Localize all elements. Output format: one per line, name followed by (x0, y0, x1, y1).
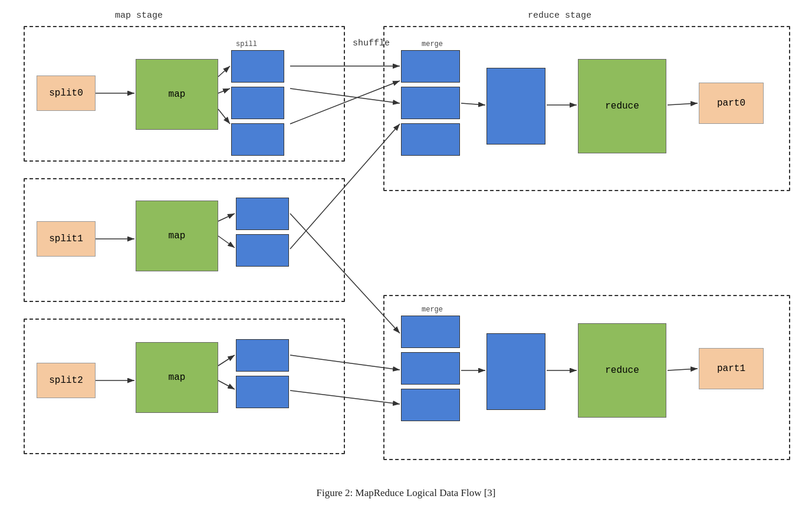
part1-node: part1 (699, 348, 764, 389)
split1-node: split1 (37, 221, 96, 257)
merge-piece-0b (401, 87, 460, 119)
map0-node: map (136, 59, 218, 130)
merge0-label: merge (422, 40, 443, 48)
map-stage-label: map stage (115, 11, 163, 21)
spill-stack-1 (236, 198, 292, 274)
merge-stack-0 (401, 50, 463, 159)
map1-node: map (136, 201, 218, 271)
spill-piece-0a (231, 50, 284, 83)
map2-node: map (136, 342, 218, 413)
spill-piece-2a (236, 339, 289, 372)
merge-piece-0a (401, 50, 460, 83)
merge-piece-0c (401, 123, 460, 156)
spill-piece-0c (231, 123, 284, 156)
spill-label: spill (236, 40, 257, 48)
merge-piece-1c (401, 389, 460, 421)
spill-stack-0 (231, 50, 287, 156)
split0-node: split0 (37, 76, 96, 111)
spill-piece-0b (231, 87, 284, 119)
spill-piece-2b (236, 376, 289, 408)
reduce-stage-label: reduce stage (528, 11, 591, 21)
spill-piece-1a (236, 198, 289, 230)
part0-node: part0 (699, 83, 764, 124)
merge1-label: merge (422, 306, 443, 314)
diagram: map stage shuffle reduce stage split0 ma… (0, 0, 812, 484)
merge-piece-1a (401, 316, 460, 348)
spill-piece-1b (236, 234, 289, 267)
split2-node: split2 (37, 363, 96, 398)
merge-piece-1b (401, 352, 460, 385)
reduce0-node: reduce (578, 59, 666, 153)
merge1-block (486, 333, 545, 410)
merge-stack-1 (401, 316, 463, 425)
figure-caption: Figure 2: MapReduce Logical Data Flow [3… (0, 484, 812, 499)
spill-stack-2 (236, 339, 292, 416)
merge0-block (486, 68, 545, 145)
reduce1-node: reduce (578, 323, 666, 418)
